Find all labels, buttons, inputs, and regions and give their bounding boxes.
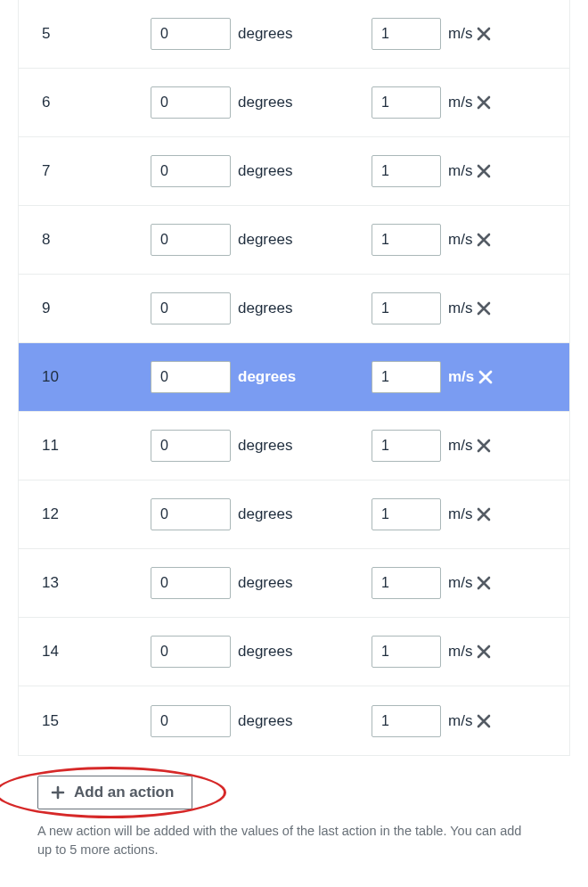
angle-input[interactable] — [151, 86, 231, 119]
close-icon[interactable] — [476, 644, 492, 660]
angle-input[interactable] — [151, 361, 231, 393]
actions-table: 5degreesm/s6degreesm/s7degreesm/s8degree… — [18, 0, 570, 756]
ms-unit-label: m/s — [448, 231, 472, 249]
degrees-unit-label: degrees — [238, 300, 292, 317]
helper-text: A new action will be added with the valu… — [37, 822, 536, 859]
angle-input[interactable] — [151, 430, 231, 462]
angle-cell: degrees — [151, 636, 372, 668]
close-icon[interactable] — [476, 232, 492, 248]
add-action-button[interactable]: Add an action — [37, 776, 192, 809]
add-action-label: Add an action — [74, 784, 174, 801]
angle-cell: degrees — [151, 292, 372, 324]
close-icon[interactable] — [476, 575, 492, 591]
close-icon[interactable] — [476, 506, 492, 522]
speed-cell: m/s — [372, 86, 559, 119]
close-icon[interactable] — [476, 26, 492, 42]
speed-cell: m/s — [372, 18, 559, 50]
angle-cell: degrees — [151, 430, 372, 462]
row-number: 13 — [42, 574, 151, 592]
speed-input[interactable] — [372, 224, 441, 256]
speed-cell: m/s — [372, 498, 559, 530]
degrees-unit-label: degrees — [238, 94, 292, 111]
ms-unit-label: m/s — [448, 25, 472, 43]
plus-icon — [51, 785, 65, 800]
speed-input[interactable] — [372, 155, 441, 187]
degrees-unit-label: degrees — [238, 162, 292, 180]
degrees-unit-label: degrees — [238, 25, 292, 43]
ms-unit-label: m/s — [448, 300, 472, 317]
table-row[interactable]: 6degreesm/s — [19, 69, 569, 137]
speed-cell: m/s — [372, 567, 559, 599]
angle-input[interactable] — [151, 498, 231, 530]
table-row[interactable]: 9degreesm/s — [19, 275, 569, 343]
speed-cell: m/s — [372, 292, 559, 324]
row-number: 14 — [42, 643, 151, 661]
speed-input[interactable] — [372, 430, 441, 462]
speed-cell: m/s — [372, 361, 559, 393]
row-number: 5 — [42, 25, 151, 43]
row-number: 12 — [42, 505, 151, 523]
degrees-unit-label: degrees — [238, 505, 292, 523]
ms-unit-label: m/s — [448, 643, 472, 661]
speed-cell: m/s — [372, 155, 559, 187]
angle-input[interactable] — [151, 292, 231, 324]
speed-input[interactable] — [372, 361, 441, 393]
ms-unit-label: m/s — [448, 574, 472, 592]
angle-input[interactable] — [151, 636, 231, 668]
angle-input[interactable] — [151, 705, 231, 737]
ms-unit-label: m/s — [448, 437, 472, 455]
degrees-unit-label: degrees — [238, 712, 292, 730]
close-icon[interactable] — [476, 713, 492, 729]
angle-cell: degrees — [151, 498, 372, 530]
table-row[interactable]: 13degreesm/s — [19, 549, 569, 618]
table-row[interactable]: 7degreesm/s — [19, 137, 569, 206]
degrees-unit-label: degrees — [238, 368, 296, 386]
degrees-unit-label: degrees — [238, 643, 292, 661]
close-icon[interactable] — [478, 369, 494, 385]
close-icon[interactable] — [476, 438, 492, 454]
table-row[interactable]: 11degreesm/s — [19, 412, 569, 480]
angle-cell: degrees — [151, 86, 372, 119]
row-number: 6 — [42, 94, 151, 111]
speed-cell: m/s — [372, 224, 559, 256]
close-icon[interactable] — [476, 163, 492, 179]
angle-cell: degrees — [151, 18, 372, 50]
angle-cell: degrees — [151, 224, 372, 256]
speed-input[interactable] — [372, 636, 441, 668]
close-icon[interactable] — [476, 94, 492, 111]
ms-unit-label: m/s — [448, 505, 472, 523]
table-row[interactable]: 8degreesm/s — [19, 206, 569, 275]
row-number: 8 — [42, 231, 151, 249]
table-row[interactable]: 12degreesm/s — [19, 480, 569, 549]
angle-input[interactable] — [151, 155, 231, 187]
table-row[interactable]: 5degreesm/s — [19, 0, 569, 69]
degrees-unit-label: degrees — [238, 574, 292, 592]
ms-unit-label: m/s — [448, 162, 472, 180]
speed-cell: m/s — [372, 636, 559, 668]
close-icon[interactable] — [476, 300, 492, 316]
row-number: 9 — [42, 300, 151, 317]
table-row[interactable]: 15degreesm/s — [19, 686, 569, 755]
angle-cell: degrees — [151, 705, 372, 737]
speed-input[interactable] — [372, 18, 441, 50]
angle-input[interactable] — [151, 18, 231, 50]
speed-input[interactable] — [372, 567, 441, 599]
row-number: 15 — [42, 712, 151, 730]
table-row[interactable]: 14degreesm/s — [19, 618, 569, 686]
table-row[interactable]: 10degreesm/s — [19, 343, 569, 412]
row-number: 7 — [42, 162, 151, 180]
speed-input[interactable] — [372, 86, 441, 119]
ms-unit-label: m/s — [448, 712, 472, 730]
angle-input[interactable] — [151, 224, 231, 256]
speed-input[interactable] — [372, 292, 441, 324]
speed-cell: m/s — [372, 705, 559, 737]
degrees-unit-label: degrees — [238, 231, 292, 249]
angle-cell: degrees — [151, 361, 372, 393]
speed-input[interactable] — [372, 498, 441, 530]
row-number: 11 — [42, 437, 151, 455]
angle-cell: degrees — [151, 567, 372, 599]
angle-input[interactable] — [151, 567, 231, 599]
footer: Add an action A new action will be added… — [0, 756, 588, 868]
ms-unit-label: m/s — [448, 368, 474, 386]
speed-input[interactable] — [372, 705, 441, 737]
